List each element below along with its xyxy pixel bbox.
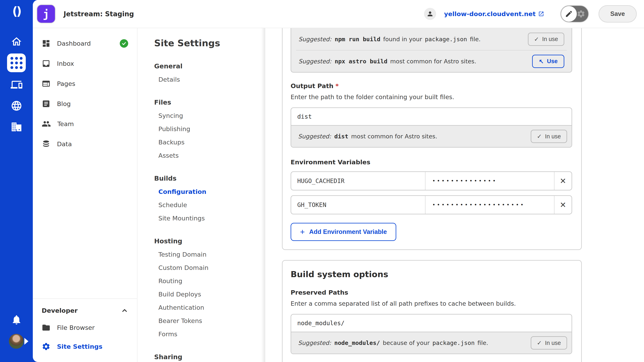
preserved-paths-input[interactable]: node_modules/ bbox=[291, 315, 572, 332]
preserved-paths-field: node_modules/ Suggested: node_modules/ b… bbox=[290, 314, 572, 354]
cloudcannon-logo-icon: () bbox=[0, 4, 33, 18]
nav-item-build-deploys[interactable]: Build Deploys bbox=[154, 288, 265, 301]
in-use-button[interactable]: ✓ In use bbox=[531, 130, 567, 143]
suggested-value: node_modules/ bbox=[334, 340, 380, 346]
use-arrow-icon: ↖ bbox=[539, 58, 544, 65]
sidebar-item-data[interactable]: Data bbox=[33, 134, 137, 154]
developer-section: Developer File Browser Site Settings bbox=[33, 299, 137, 362]
suggestion-text: because of your bbox=[383, 340, 430, 346]
organization-icon[interactable] bbox=[0, 121, 33, 133]
check-icon: ✓ bbox=[534, 36, 539, 43]
preserved-paths-label: Preserved Paths bbox=[290, 289, 572, 296]
person-icon[interactable] bbox=[424, 8, 436, 20]
devices-icon[interactable] bbox=[0, 79, 33, 90]
build-command-suggestions: Suggested: npm run build found in your p… bbox=[290, 28, 572, 73]
home-icon[interactable] bbox=[0, 36, 33, 47]
sidebar-item-team[interactable]: Team bbox=[33, 114, 137, 134]
sidebar-item-file-browser[interactable]: File Browser bbox=[42, 318, 128, 337]
suggested-label: Suggested: bbox=[298, 133, 331, 140]
nav-item-publishing[interactable]: Publishing bbox=[154, 122, 265, 136]
nav-item-configuration[interactable]: Configuration bbox=[154, 185, 265, 198]
live-site-link[interactable]: yellow-door.cloudvent.net bbox=[444, 10, 544, 17]
remove-env-var-button[interactable]: ✕ bbox=[554, 172, 572, 190]
sidebar-item-inbox[interactable]: Inbox bbox=[33, 53, 137, 74]
nav-item-site-mountings[interactable]: Site Mountings bbox=[154, 212, 265, 225]
nav-item-forms[interactable]: Forms bbox=[154, 328, 265, 341]
sidebar-item-label: Data bbox=[57, 140, 72, 148]
page-title: Site Settings bbox=[154, 37, 265, 50]
suggested-value: dist bbox=[334, 133, 348, 140]
developer-section-header[interactable]: Developer bbox=[42, 303, 128, 318]
close-icon: ✕ bbox=[560, 201, 566, 209]
suggestion-text: most common for Astro sites. bbox=[390, 58, 476, 65]
inbox-icon bbox=[42, 59, 50, 68]
nav-item-routing[interactable]: Routing bbox=[154, 274, 265, 288]
sidebar-item-label: Site Settings bbox=[57, 343, 102, 350]
nav-item-bearer-tokens[interactable]: Bearer Tokens bbox=[154, 314, 265, 328]
plus-icon: + bbox=[300, 228, 305, 236]
suggested-label: Suggested: bbox=[298, 58, 332, 65]
bell-icon[interactable] bbox=[0, 314, 33, 325]
content-sheet: j Jetstream: Staging yellow-door.cloudve… bbox=[33, 0, 644, 362]
suggestion-row: Suggested: npm run build found in your p… bbox=[296, 28, 567, 50]
site-initial: j bbox=[43, 8, 50, 20]
in-use-button[interactable]: ✓ In use bbox=[531, 336, 567, 350]
nav-group-builds: Builds bbox=[154, 172, 265, 185]
site-title: Jetstream: Staging bbox=[64, 10, 134, 18]
top-bar: j Jetstream: Staging yellow-door.cloudve… bbox=[33, 0, 644, 28]
nav-item-schedule[interactable]: Schedule bbox=[154, 198, 265, 212]
nav-group-sharing: Sharing bbox=[154, 350, 265, 362]
synced-check-badge bbox=[120, 39, 128, 48]
sidebar-item-pages[interactable]: Pages bbox=[33, 74, 137, 94]
site-sidebar: Dashboard Inbox Pages Blog Team bbox=[33, 28, 138, 362]
use-label: Use bbox=[547, 58, 558, 64]
nav-item-syncing[interactable]: Syncing bbox=[154, 109, 265, 122]
nav-item-custom-domain[interactable]: Custom Domain bbox=[154, 261, 265, 274]
env-var-name-input[interactable]: GH_TOKEN bbox=[291, 196, 425, 214]
in-use-button[interactable]: ✓ In use bbox=[528, 32, 564, 46]
nav-item-assets[interactable]: Assets bbox=[154, 149, 265, 162]
required-asterisk: * bbox=[336, 82, 339, 89]
add-env-var-button[interactable]: + Add Environment Variable bbox=[290, 223, 396, 241]
preserved-paths-suggestion: Suggested: node_modules/ because of your… bbox=[291, 332, 572, 354]
env-var-name-input[interactable]: HUGO_CACHEDIR bbox=[291, 172, 425, 190]
suggestion-text: found in your bbox=[383, 36, 422, 43]
output-path-description: Enter the path to the folder containing … bbox=[290, 93, 572, 100]
suggested-label: Suggested: bbox=[298, 36, 332, 43]
suggested-command: npx astro build bbox=[335, 58, 388, 65]
user-avatar[interactable] bbox=[9, 334, 24, 349]
sidebar-item-site-settings[interactable]: Site Settings bbox=[42, 337, 128, 356]
suggestion-suffix: file. bbox=[470, 36, 480, 43]
nav-item-testing-domain[interactable]: Testing Domain bbox=[154, 248, 265, 261]
env-var-row: GH_TOKEN •••••••••••••••••••• ✕ bbox=[290, 195, 572, 214]
nav-item-backups[interactable]: Backups bbox=[154, 136, 265, 149]
use-button[interactable]: ↖ Use bbox=[532, 55, 564, 68]
sidebar-item-label: Pages bbox=[57, 80, 75, 87]
sidebar-item-label: Dashboard bbox=[57, 40, 91, 47]
sidebar-item-dashboard[interactable]: Dashboard bbox=[33, 33, 137, 53]
close-icon: ✕ bbox=[560, 177, 566, 185]
env-var-row: HUGO_CACHEDIR •••••••••••••• ✕ bbox=[290, 171, 572, 190]
add-env-var-label: Add Environment Variable bbox=[309, 228, 387, 236]
nav-item-authentication[interactable]: Authentication bbox=[154, 301, 265, 314]
external-link-icon bbox=[538, 11, 544, 17]
sidebar-item-blog[interactable]: Blog bbox=[33, 94, 137, 114]
edit-settings-mode-toggle[interactable] bbox=[560, 5, 589, 22]
env-var-value-input[interactable]: •••••••••••••••••••• bbox=[425, 196, 554, 214]
nav-item-details[interactable]: Details bbox=[154, 73, 265, 86]
save-button[interactable]: Save bbox=[598, 5, 637, 22]
sidebar-item-label: Team bbox=[57, 120, 74, 127]
avatar-expand-arrow-icon[interactable] bbox=[24, 338, 28, 345]
globe-icon[interactable] bbox=[0, 100, 33, 112]
env-vars-label: Environment Variables bbox=[290, 158, 572, 166]
build-configuration-card: Suggested: npm run build found in your p… bbox=[282, 28, 582, 250]
live-site-url: yellow-door.cloudvent.net bbox=[444, 10, 536, 17]
suggestion-row: Suggested: npx astro build most common f… bbox=[296, 50, 567, 72]
output-path-input[interactable]: dist bbox=[291, 108, 572, 125]
in-use-label: In use bbox=[542, 36, 558, 42]
apps-grid-icon[interactable] bbox=[7, 53, 26, 72]
remove-env-var-button[interactable]: ✕ bbox=[554, 196, 572, 214]
env-var-value-input[interactable]: •••••••••••••• bbox=[425, 172, 554, 190]
nav-group-files: Files bbox=[154, 96, 265, 109]
app-rail: () bbox=[0, 0, 33, 362]
